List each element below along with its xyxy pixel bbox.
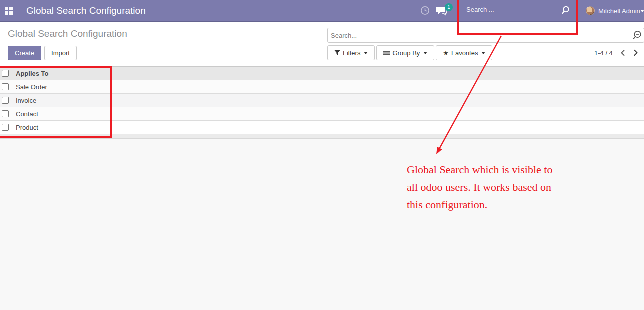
- search-dropdowns: Filters Group By ★ Favorites: [327, 46, 492, 60]
- messages-badge: 1: [445, 4, 453, 12]
- user-menu-caret-icon[interactable]: [640, 10, 644, 12]
- annotation-text-line: all odoo users. It works based on: [407, 178, 552, 196]
- annotation-text: Global Search which is visible to all od…: [407, 161, 552, 214]
- row-checkbox[interactable]: [2, 97, 9, 104]
- create-button[interactable]: Create: [8, 46, 41, 60]
- filters-label: Filters: [343, 50, 360, 57]
- filters-dropdown[interactable]: Filters: [327, 46, 375, 60]
- activities-clock-icon[interactable]: [420, 6, 430, 16]
- list-search-input[interactable]: [327, 28, 644, 43]
- column-header-applies-to: Applies To: [16, 70, 48, 78]
- row-label: Sale Order: [16, 84, 47, 91]
- import-button[interactable]: Import: [44, 46, 77, 60]
- navbar-search-icon[interactable]: [561, 6, 570, 15]
- favorites-label: Favorites: [451, 50, 478, 57]
- table-row[interactable]: Contact: [0, 108, 644, 121]
- pager-range: 1-4 / 4: [594, 50, 613, 57]
- apps-grid-square: [9, 12, 13, 15]
- chevron-right-icon: [633, 50, 639, 56]
- app-title: Global Search Configuration: [26, 0, 146, 22]
- row-checkbox[interactable]: [2, 84, 9, 90]
- row-label: Contact: [16, 110, 38, 118]
- annotation-text-line: Global Search which is visible to: [407, 161, 552, 178]
- pager: 1-4 / 4: [594, 46, 639, 60]
- pager-previous-button[interactable]: [620, 50, 626, 56]
- odoo-window: Global Search Configuration 1 Mitchell A…: [0, 0, 644, 310]
- star-icon: ★: [443, 50, 449, 56]
- select-all-checkbox[interactable]: [2, 70, 9, 77]
- list-buttons: Create Import: [8, 46, 77, 60]
- group-by-lines-icon: [383, 50, 390, 56]
- chevron-down-icon: [364, 52, 368, 54]
- group-by-dropdown[interactable]: Group By: [376, 46, 434, 60]
- row-label: Invoice: [16, 97, 36, 104]
- table-footer-strip: [0, 134, 644, 139]
- user-avatar[interactable]: [586, 6, 595, 16]
- table-row[interactable]: Sale Order: [0, 80, 644, 94]
- chevron-down-icon: [481, 52, 485, 54]
- search-options-icon[interactable]: [632, 30, 642, 40]
- group-by-label: Group By: [392, 50, 420, 57]
- apps-grid-square: [9, 7, 13, 10]
- chevron-down-icon: [423, 52, 427, 54]
- row-label: Product: [16, 124, 38, 132]
- apps-grid-square: [5, 7, 8, 10]
- table-row[interactable]: Invoice: [0, 94, 644, 108]
- row-checkbox[interactable]: [2, 124, 9, 131]
- records-table: Applies To Sale Order Invoice Contact Pr…: [0, 66, 644, 139]
- page-title: Global Search Configuration: [8, 28, 127, 40]
- table-row[interactable]: Product: [0, 121, 644, 134]
- row-checkbox[interactable]: [2, 110, 9, 118]
- user-menu[interactable]: Mitchell Admin: [598, 0, 640, 22]
- top-navbar: Global Search Configuration 1 Mitchell A…: [0, 0, 644, 22]
- chevron-left-icon: [620, 50, 626, 56]
- table-header-row: Applies To: [0, 66, 644, 80]
- pager-next-button[interactable]: [633, 50, 639, 56]
- control-panel: Global Search Configuration Create Impor…: [0, 22, 644, 66]
- apps-grid-square: [5, 12, 8, 15]
- filter-funnel-icon: [334, 50, 340, 56]
- navbar-search-input[interactable]: [464, 3, 575, 16]
- favorites-dropdown[interactable]: ★ Favorites: [436, 46, 492, 60]
- apps-menu-icon[interactable]: [5, 7, 13, 15]
- annotation-text-line: this configuration.: [407, 196, 552, 214]
